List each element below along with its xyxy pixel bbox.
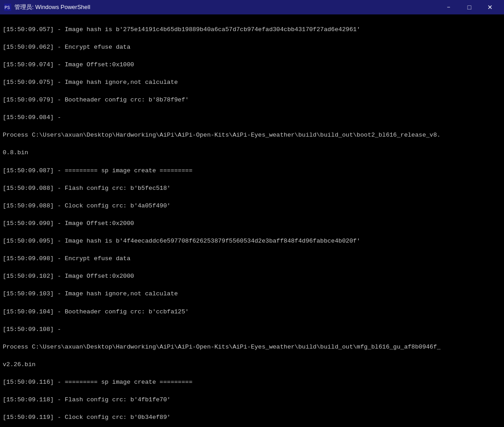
terminal-line: [15:50:09.084] - bbox=[3, 113, 501, 122]
svg-text:PS: PS bbox=[5, 5, 10, 10]
close-button[interactable]: ✕ bbox=[480, 0, 500, 14]
terminal-line: [15:50:09.116] - ========= sp image crea… bbox=[3, 378, 501, 387]
terminal-line: [15:50:09.088] - Clock config crc: b'4a0… bbox=[3, 202, 501, 211]
terminal-line: [15:50:09.119] - Clock config crc: b'0b3… bbox=[3, 413, 501, 422]
terminal-line: [15:50:09.088] - Flash config crc: b'b5f… bbox=[3, 184, 501, 193]
terminal-output: [15:50:09.057] - Image hash is b'275e141… bbox=[0, 14, 504, 427]
terminal-line: [15:50:09.062] - Encrypt efuse data bbox=[3, 43, 501, 52]
terminal-line: [15:50:09.103] - Image hash ignore,not c… bbox=[3, 289, 501, 298]
title-bar: PS 管理员: Windows PowerShell － □ ✕ bbox=[0, 0, 504, 14]
minimize-button[interactable]: － bbox=[438, 0, 459, 14]
window-title: 管理员: Windows PowerShell bbox=[14, 3, 438, 11]
maximize-button[interactable]: □ bbox=[459, 0, 480, 14]
terminal-line: Process C:\Users\axuan\Desktop\Hardworki… bbox=[3, 131, 501, 140]
terminal-line: [15:50:09.074] - Image Offset:0x1000 bbox=[3, 60, 501, 69]
terminal-line: [15:50:09.102] - Image Offset:0x2000 bbox=[3, 272, 501, 281]
terminal-line: [15:50:09.118] - Flash config crc: b'4fb… bbox=[3, 395, 501, 404]
terminal-line: [15:50:09.057] - Image hash is b'275e141… bbox=[3, 25, 501, 34]
terminal-line: v2.26.bin bbox=[3, 360, 501, 369]
window-controls: － □ ✕ bbox=[438, 0, 500, 14]
powershell-icon: PS bbox=[4, 3, 12, 11]
terminal-line: [15:50:09.075] - Image hash ignore,not c… bbox=[3, 78, 501, 87]
terminal-line: [15:50:09.098] - Encrypt efuse data bbox=[3, 254, 501, 263]
terminal-line: [15:50:09.095] - Image hash is b'4f4eeca… bbox=[3, 237, 501, 246]
terminal-line: Process C:\Users\axuan\Desktop\Hardworki… bbox=[3, 343, 501, 352]
terminal-line: [15:50:09.108] - bbox=[3, 325, 501, 334]
terminal-line: 0.8.bin bbox=[3, 148, 501, 157]
terminal-line: [15:50:09.087] - ========= sp image crea… bbox=[3, 166, 501, 175]
terminal-line: [15:50:09.104] - Bootheader config crc: … bbox=[3, 308, 501, 317]
terminal-line: [15:50:09.090] - Image Offset:0x2000 bbox=[3, 219, 501, 228]
terminal-line: [15:50:09.079] - Bootheader config crc: … bbox=[3, 96, 501, 105]
